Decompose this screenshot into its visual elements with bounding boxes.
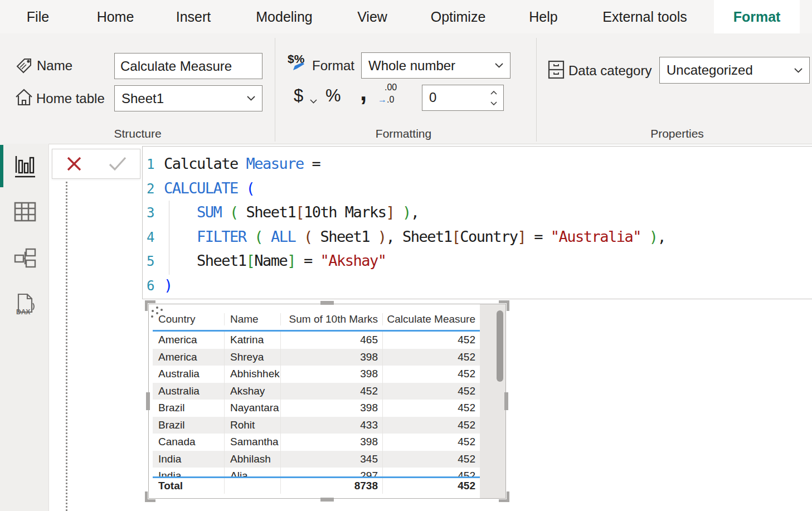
code-token	[164, 203, 197, 221]
sidebar-item-report-view[interactable]	[13, 155, 37, 178]
view-sidebar: DAX	[0, 144, 49, 511]
table-cell: Alia	[225, 468, 281, 476]
format-select[interactable]: Whole number	[361, 52, 510, 79]
table-cell: India	[153, 451, 225, 468]
menu-item-home[interactable]: Home	[97, 9, 134, 25]
code-token: =	[526, 228, 550, 245]
home-table-select[interactable]: Sheet1	[114, 85, 262, 111]
pane-splitter[interactable]	[66, 182, 67, 511]
table-row[interactable]: AmericaShreya398452	[153, 349, 480, 366]
menu-item-optimize[interactable]: Optimize	[431, 9, 486, 25]
resize-handle-right[interactable]	[504, 392, 508, 410]
sidebar-item-model-view[interactable]	[13, 247, 37, 270]
table-cell: 398	[281, 434, 383, 451]
stepper-down-icon[interactable]	[489, 99, 499, 108]
code-token: ]	[386, 203, 394, 221]
table-row[interactable]: IndiaAlia297452	[153, 468, 480, 476]
table-row[interactable]: IndiaAbhilash345452	[153, 451, 480, 468]
measure-name-input[interactable]	[115, 59, 262, 74]
home-table-label: Home table	[36, 91, 105, 106]
resize-handle-top-right[interactable]	[499, 300, 509, 311]
table: CountryNameSum of 10th MarksCalculate Me…	[153, 308, 480, 494]
tab-format[interactable]: Format	[714, 0, 800, 33]
table-cell: 465	[281, 332, 383, 349]
table-row[interactable]: AustraliaAkshay452452	[153, 383, 480, 400]
properties-section-label: Properties	[650, 127, 704, 140]
sidebar-item-dax-query-view[interactable]: DAX	[13, 293, 37, 317]
line-number: 3	[147, 201, 154, 226]
code-token: =	[295, 252, 320, 269]
table-cell: 398	[281, 349, 383, 366]
code-token: ]	[287, 252, 295, 269]
tab-format-label: Format	[733, 9, 781, 25]
line-number: 4	[147, 226, 154, 250]
sidebar-item-data-view[interactable]	[13, 200, 37, 223]
cancel-x-icon	[65, 156, 83, 172]
code-token: [	[295, 203, 304, 221]
decimal-places-stepper[interactable]: 0	[422, 85, 504, 111]
code-token: (	[246, 179, 255, 197]
percent-button[interactable]: %	[325, 86, 341, 106]
table-cell: Akshay	[225, 383, 281, 400]
table-row[interactable]: AmericaKatrina465452	[153, 332, 480, 349]
ribbon-divider	[275, 38, 275, 142]
code-token: (	[230, 203, 238, 221]
measure-name-field[interactable]	[114, 53, 262, 79]
resize-handle-left[interactable]	[146, 392, 150, 410]
resize-handle-top-left[interactable]	[145, 300, 155, 311]
code-token: )	[649, 228, 658, 245]
code-token	[295, 228, 304, 245]
table-scrollbar-thumb[interactable]	[497, 310, 503, 382]
code-token: ]	[518, 228, 526, 245]
code-token	[164, 228, 197, 245]
code-token: )	[402, 203, 411, 221]
menu-item-insert[interactable]: Insert	[176, 9, 211, 25]
table-visual[interactable]: CountryNameSum of 10th MarksCalculate Me…	[148, 304, 506, 499]
code-line-1: 1Calculate Measure =	[143, 152, 812, 176]
table-row[interactable]: AustraliaAbhishhek398452	[153, 366, 480, 383]
table-total-row: Total8738452	[153, 478, 480, 494]
resize-handle-top[interactable]	[320, 301, 334, 305]
decrease-decimal-button[interactable]: .00 →.0	[378, 82, 402, 109]
code-token: [	[452, 228, 460, 245]
commit-button[interactable]	[108, 156, 127, 172]
menu-item-view[interactable]: View	[357, 9, 387, 25]
dax-formula-editor[interactable]: 1Calculate Measure =2CALCULATE (3 SUM ( …	[142, 146, 812, 299]
cancel-button[interactable]	[65, 156, 83, 172]
menu-item-modeling[interactable]: Modeling	[256, 9, 312, 25]
currency-button[interactable]: $	[294, 86, 303, 106]
thousands-separator-button[interactable]: ,	[360, 78, 367, 106]
line-number: 5	[147, 250, 154, 274]
table-row[interactable]: CanadaSamantha398452	[153, 434, 480, 451]
code-token: Sheet1	[312, 228, 378, 245]
format-value: Whole number	[362, 58, 495, 74]
table-cell: India	[153, 468, 225, 476]
menu-item-file[interactable]: File	[27, 9, 49, 25]
code-token: ,	[658, 228, 666, 245]
resize-handle-bottom-left[interactable]	[145, 491, 155, 502]
stepper-up-icon[interactable]	[489, 88, 499, 97]
column-header-calculate-measure[interactable]: Calculate Measure	[383, 313, 480, 325]
drawer-icon	[548, 60, 565, 81]
home-icon	[14, 87, 33, 110]
table-row[interactable]: BrazilNayantara398452	[153, 400, 480, 417]
code-line-6: 6)	[143, 273, 812, 298]
code-token: FILTER	[197, 228, 246, 245]
menu-bar: FileHomeInsertModelingViewOptimizeHelpEx…	[0, 0, 812, 33]
menu-item-help[interactable]: Help	[529, 9, 557, 25]
drag-grip-dot	[156, 306, 158, 309]
table-cell: Samantha	[225, 434, 281, 451]
code-token: Name	[254, 252, 287, 269]
column-header-name[interactable]: Name	[225, 313, 281, 325]
menu-item-external-tools[interactable]: External tools	[602, 9, 687, 25]
table-row[interactable]: BrazilRohit433452	[153, 417, 480, 434]
table-cell: Katrina	[225, 332, 281, 349]
resize-handle-bottom[interactable]	[320, 498, 334, 502]
chevron-down-icon[interactable]	[310, 96, 317, 106]
resize-handle-bottom-right[interactable]	[499, 491, 509, 502]
ribbon-divider	[536, 38, 537, 142]
data-category-select[interactable]: Uncategorized	[659, 57, 810, 84]
column-header-country[interactable]: Country	[153, 313, 225, 325]
table-cell: 452	[383, 434, 480, 451]
column-header-sum-of-10th-marks[interactable]: Sum of 10th Marks	[281, 313, 383, 325]
